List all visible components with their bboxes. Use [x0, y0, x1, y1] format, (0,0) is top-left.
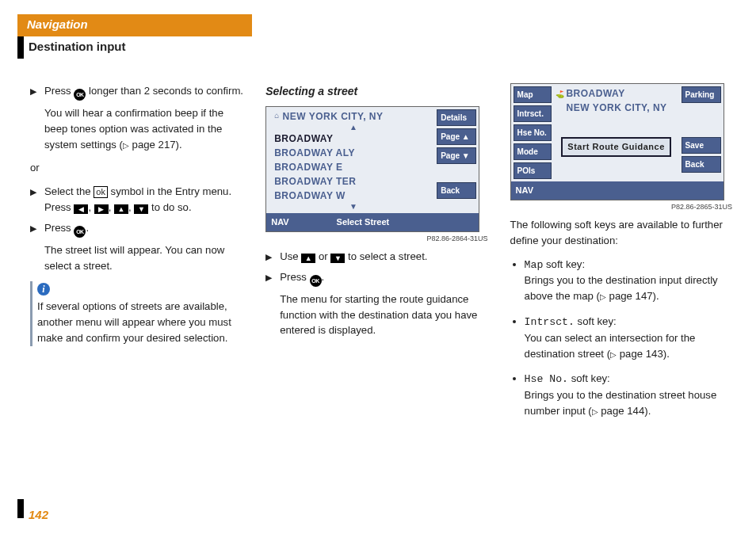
- scroll-up-icon: ▲: [274, 124, 433, 132]
- page-ref-icon: [123, 139, 129, 151]
- text: longer than 2 seconds to confirm.: [86, 85, 243, 97]
- text: Press: [44, 222, 74, 234]
- softkey-name: Intrsct.: [525, 316, 575, 328]
- info-icon: i: [37, 283, 50, 296]
- ok-button-icon: OK: [74, 226, 86, 238]
- column-2: Selecting a street NEW YORK CITY, NY ▲ B…: [265, 83, 487, 502]
- right-arrow-key-icon: ▶: [94, 204, 109, 214]
- subsection-heading: Destination input: [29, 40, 126, 53]
- text: .: [322, 271, 325, 283]
- softkey-list: Map soft key: Brings you to the destinat…: [510, 257, 732, 419]
- location-icon: [274, 111, 280, 122]
- street-list: BROADWAY BROADWAY ALY BROADWAY E BROADWA…: [274, 132, 433, 203]
- softkey-page-up: Page ▲: [437, 128, 476, 145]
- city-label: NEW YORK CITY, NY: [283, 111, 384, 122]
- or-text: or: [30, 160, 243, 176]
- nav-footer: NAV Select Street: [266, 213, 479, 231]
- figure-caption: P82.86-2865-31US: [510, 202, 732, 213]
- ok-button-icon: OK: [310, 275, 322, 287]
- bullet-triangle-icon: ▶: [30, 184, 44, 216]
- page-ref-icon: [610, 348, 617, 360]
- menu-displayed-note: The menu for starting the route guidance…: [280, 292, 487, 338]
- text: .: [86, 222, 89, 234]
- nav-screen-start-guidance: Map Intrsct. Hse No. Mode POIs BROADWAY …: [510, 83, 724, 200]
- dest-street: BROADWAY: [566, 88, 624, 99]
- softkey-mode: Mode: [514, 143, 552, 160]
- text: page 143).: [617, 348, 670, 360]
- text: soft key:: [568, 372, 610, 384]
- manual-page: Navigation Destination input ▶ Press OK …: [0, 0, 756, 534]
- down-arrow-key-icon: ▼: [134, 204, 148, 214]
- bullet-triangle-icon: ▶: [265, 249, 280, 265]
- softkeys-intro: The following soft keys are available to…: [510, 217, 732, 249]
- ok-box-icon: ok: [94, 186, 108, 198]
- column-1: ▶ Press OK longer than 2 seconds to conf…: [30, 83, 243, 502]
- column-3: Map Intrsct. Hse No. Mode POIs BROADWAY …: [510, 83, 732, 502]
- street-item-selected: BROADWAY: [274, 132, 433, 146]
- softkey-blank: [437, 166, 476, 180]
- street-item: BROADWAY E: [274, 160, 433, 174]
- nav-footer-mode: NAV: [516, 184, 533, 197]
- left-arrow-key-icon: ◀: [74, 204, 88, 214]
- street-item: BROADWAY TER: [274, 174, 433, 189]
- softkey-save: Save: [682, 137, 721, 154]
- down-arrow-key-icon: ▼: [330, 254, 345, 263]
- softkey-pois: POIs: [514, 162, 552, 179]
- softkey-map: Map: [514, 86, 552, 103]
- flag-icon: [556, 86, 563, 94]
- section-tab: Navigation: [17, 14, 252, 36]
- text: or: [315, 250, 330, 262]
- nav-screen-select-street: NEW YORK CITY, NY ▲ BROADWAY BROADWAY AL…: [265, 106, 479, 232]
- text: page 147).: [606, 290, 659, 302]
- side-marker-bottom: [17, 499, 24, 518]
- softkey-name: Hse No.: [525, 373, 568, 385]
- street-item: BROADWAY ALY: [274, 146, 433, 160]
- text: Press: [44, 85, 74, 97]
- info-text: If several options of streets are availa…: [37, 299, 243, 345]
- info-callout: i If several options of streets are avai…: [30, 281, 243, 345]
- page-ref-icon: [600, 290, 606, 302]
- up-arrow-key-icon: ▲: [301, 254, 315, 263]
- side-marker-top: [17, 36, 24, 59]
- columns: ▶ Press OK longer than 2 seconds to conf…: [30, 83, 732, 502]
- beep-note: You will hear a confirmation beep if the…: [44, 105, 243, 152]
- softkey-parking: Parking: [682, 86, 721, 103]
- ok-button-icon: OK: [74, 89, 86, 101]
- up-arrow-key-icon: ▲: [114, 204, 128, 214]
- step-press-ok-long: ▶ Press OK longer than 2 seconds to conf…: [30, 83, 243, 101]
- softkey-back: Back: [437, 182, 476, 199]
- softkey-blank: [682, 121, 721, 135]
- nav-footer: NAV: [511, 181, 724, 200]
- softkey-hse-no: Hse No.: [514, 124, 552, 141]
- text: page 144).: [598, 405, 651, 417]
- page-ref-icon: [592, 405, 598, 417]
- softkey-page-down: Page ▼: [437, 147, 476, 164]
- step-press-ok: ▶ Press OK.: [30, 220, 243, 238]
- text: to select a street.: [345, 250, 427, 262]
- bullet-triangle-icon: ▶: [265, 269, 280, 287]
- softkey-item-hse-no: Hse No. soft key: Brings you to the dest…: [525, 371, 732, 418]
- text: Use: [280, 250, 301, 262]
- text: page 217).: [129, 139, 182, 151]
- street-item: BROADWAY W: [274, 189, 433, 203]
- dest-city: NEW YORK CITY, NY: [556, 101, 678, 115]
- step-use-arrows: ▶ Use ▲ or ▼ to select a street.: [265, 249, 487, 265]
- text: soft key:: [543, 258, 585, 270]
- figure-caption: P82.86-2864-31US: [265, 234, 487, 245]
- page-number: 142: [29, 508, 48, 521]
- softkey-item-map: Map soft key: Brings you to the destinat…: [525, 257, 732, 304]
- scroll-down-icon: ▼: [274, 203, 433, 211]
- softkey-item-intrsct: Intrsct. soft key: You can select an int…: [525, 314, 732, 361]
- info-bar: [30, 281, 32, 345]
- softkey-name: Map: [525, 259, 544, 271]
- start-route-guidance-button: Start Route Guidance: [561, 137, 670, 157]
- text: to do so.: [148, 201, 191, 213]
- softkey-intrsct: Intrsct.: [514, 105, 552, 122]
- nav-footer-title: Select Street: [337, 216, 390, 229]
- street-list-note: The street list will appear. You can now…: [44, 242, 243, 274]
- step-press-ok-2: ▶ Press OK.: [265, 269, 487, 287]
- step-select-ok-symbol: ▶ Select the ok symbol in the Entry menu…: [30, 184, 243, 216]
- text: Select the: [44, 185, 94, 197]
- softkey-back: Back: [682, 156, 721, 173]
- text: Press: [280, 271, 309, 283]
